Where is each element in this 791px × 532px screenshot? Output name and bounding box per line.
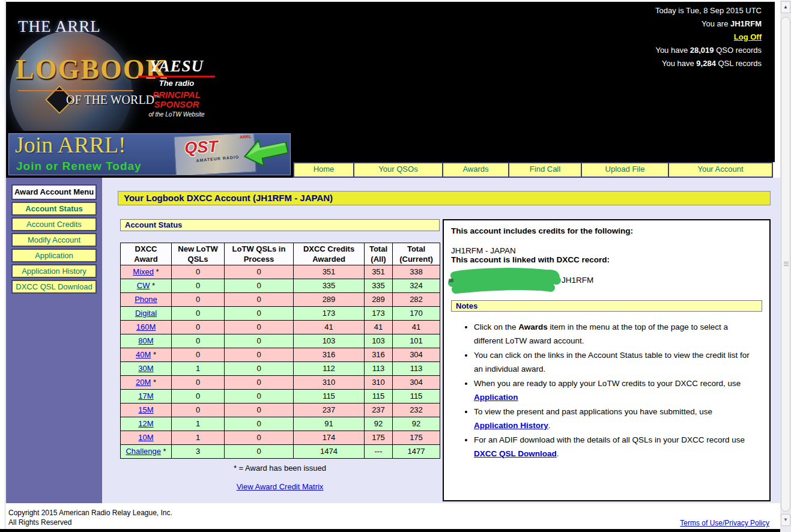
value-cell: 0 [225, 404, 294, 417]
logo-of-the-world: OF THE WORLD™ [66, 93, 160, 107]
sidebar-item-account-credits[interactable]: Account Credits [11, 217, 97, 231]
award-link-17m[interactable]: 17M [138, 391, 153, 401]
sidebar-item-account-status[interactable]: Account Status [11, 202, 97, 216]
sidebar-item-modify-account[interactable]: Modify Account [11, 233, 97, 247]
issued-asterisk: * [161, 447, 166, 456]
note-item: To view the present and past application… [474, 405, 757, 432]
note-text: . [548, 421, 551, 430]
banner-title: Join ARRL! [15, 133, 126, 158]
column-header: Total (Current) [393, 243, 440, 265]
footer-copyright: Copyright 2015 American Radio Relay Leag… [8, 508, 172, 527]
scroll-down-icon[interactable]: ▼ [781, 514, 790, 526]
table-row: 40M *00316316304 [121, 348, 440, 362]
value-cell: 92 [393, 417, 440, 431]
nav-tab-upload-file[interactable]: Upload File [582, 163, 668, 177]
value-cell: 113 [393, 362, 440, 376]
award-link-30m[interactable]: 30M [138, 364, 153, 373]
banner-art: Join ARRL! Join or Renew Today QST AMATE… [8, 133, 291, 175]
value-cell: 310 [365, 376, 393, 390]
award-link-cw[interactable]: CW [137, 281, 150, 290]
value-cell: 335 [365, 279, 393, 293]
note-link-application-history[interactable]: Application History [474, 421, 548, 430]
nav-tab-your-account[interactable]: Your Account [669, 163, 772, 177]
value-cell: 237 [365, 404, 393, 417]
value-cell: 0 [172, 279, 225, 293]
logo-underline [18, 90, 133, 91]
award-cell: 10M [121, 431, 172, 445]
award-cell: 12M [121, 417, 172, 431]
award-link-15m[interactable]: 15M [138, 405, 153, 414]
award-cell: Mixed * [121, 265, 172, 279]
award-link-160m[interactable]: 160M [136, 322, 156, 331]
award-link-challenge[interactable]: Challenge [126, 447, 161, 456]
value-cell: 282 [393, 293, 440, 307]
award-cell: 40M * [121, 348, 172, 362]
award-link-80m[interactable]: 80M [138, 336, 153, 345]
note-text: . [557, 449, 559, 458]
nav-tab-your-qsos[interactable]: Your QSOs [354, 163, 442, 177]
award-cell: 30M [121, 362, 172, 376]
value-cell: 103 [294, 334, 365, 348]
vertical-scrollbar[interactable]: ▲ ▼ [780, 0, 791, 532]
value-cell: 0 [225, 293, 294, 307]
table-header-row: DXCC AwardNew LoTW QSLsLoTW QSLs in Proc… [121, 243, 440, 265]
note-item: For an ADIF download with the details of… [474, 433, 757, 461]
value-cell: 289 [294, 293, 365, 307]
notes-list: Click on the Awards item in the menu at … [451, 320, 762, 461]
note-link-dxcc-qsl-download[interactable]: DXCC QSL Download [474, 449, 557, 458]
award-link-phone[interactable]: Phone [135, 295, 157, 304]
value-cell: 173 [365, 307, 393, 321]
award-link-12m[interactable]: 12M [138, 419, 153, 428]
sidebar-item-application[interactable]: Application [11, 249, 97, 262]
table-row: Digital00173173170 [121, 307, 440, 321]
value-cell: 338 [393, 265, 440, 279]
sidebar-item-dxcc-qsl-download[interactable]: DXCC QSL Download [11, 280, 97, 294]
note-link-application[interactable]: Application [474, 393, 518, 402]
award-link-10m[interactable]: 10M [138, 433, 153, 442]
value-cell: 0 [225, 307, 294, 321]
value-cell: 0 [225, 362, 294, 376]
table-row: 15M00237237232 [121, 404, 440, 417]
note-text: For an ADIF download with the details of… [474, 435, 745, 444]
column-header: LoTW QSLs in Process [225, 243, 294, 265]
yaesu-tagline: The radio [137, 79, 216, 88]
linked-heading: This account is linked with DXCC record: [451, 255, 762, 264]
award-link-20m[interactable]: 20M [136, 378, 151, 387]
qst-brand-label: ARRL [240, 135, 252, 139]
award-account-menu: Award Account Menu Account StatusAccount… [11, 184, 97, 295]
table-row: 12M10919292 [121, 417, 440, 431]
value-cell: 324 [393, 279, 440, 293]
value-cell: 351 [365, 265, 393, 279]
menu-title: Award Account Menu [11, 184, 97, 200]
value-cell: 0 [172, 334, 225, 348]
lotw-page: THE ARRL LOGBOOK OF THE WORLD™ YAESU The… [0, 0, 791, 532]
award-link-mixed[interactable]: Mixed [133, 267, 154, 276]
redaction-scribble [447, 268, 565, 295]
main-nav: HomeYour QSOsAwardsFind CallUpload FileY… [293, 162, 773, 178]
table-row: CW *00335335324 [121, 279, 440, 293]
nav-tab-awards[interactable]: Awards [443, 163, 508, 177]
sidebar-item-application-history[interactable]: Application History [11, 264, 97, 278]
note-text: You can click on the links in the Accoun… [474, 351, 750, 373]
qsl-count: 9,284 [696, 59, 716, 68]
value-cell: 115 [365, 390, 393, 404]
column-header: DXCC Credits Awarded [294, 243, 365, 265]
matrix-link-wrap: View Award Credit Matrix [120, 482, 440, 491]
award-cell: Digital [121, 307, 172, 321]
value-cell: 0 [172, 293, 225, 307]
table-row: 17M00115115115 [121, 390, 440, 404]
value-cell: 289 [365, 293, 393, 307]
nav-tab-home[interactable]: Home [294, 163, 353, 177]
view-award-credit-matrix-link[interactable]: View Award Credit Matrix [237, 482, 324, 491]
nav-tab-find-call[interactable]: Find Call [509, 163, 581, 177]
award-link-40m[interactable]: 40M [136, 350, 151, 359]
scroll-up-icon[interactable]: ▲ [781, 1, 790, 13]
page-left-border [5, 0, 5, 532]
join-arrl-banner[interactable]: Join ARRL! Join or Renew Today QST AMATE… [6, 131, 293, 178]
terms-privacy-link[interactable]: Terms of Use/Privacy Policy [680, 519, 769, 527]
user-info-block: Today is Tue, 8 Sep 2015 UTC You are JH1… [655, 4, 762, 70]
account-info-panel: This account includes credits for the fo… [443, 219, 771, 501]
award-link-digital[interactable]: Digital [135, 309, 157, 318]
scrollbar-thumb[interactable] [781, 17, 790, 512]
log-off-link[interactable]: Log Off [734, 31, 762, 44]
